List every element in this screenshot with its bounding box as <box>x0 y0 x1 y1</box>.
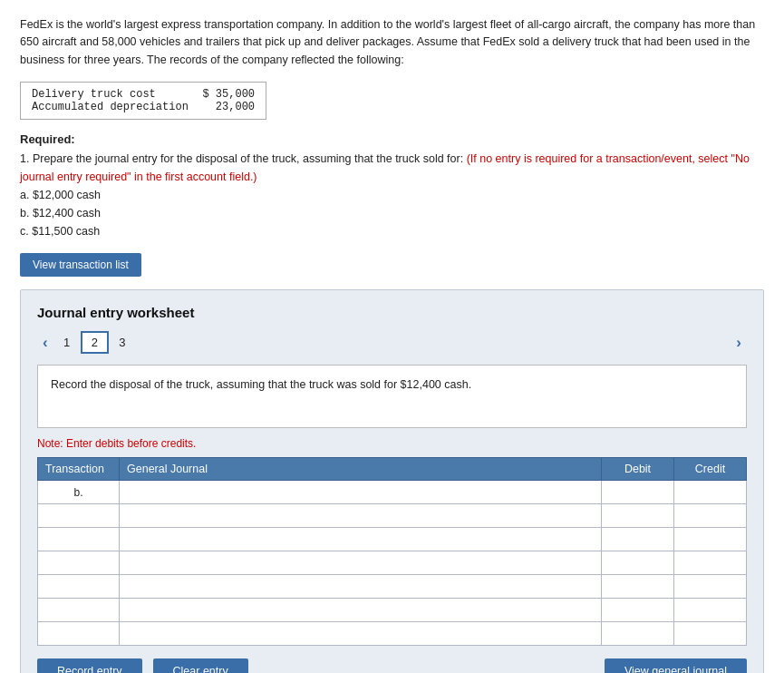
journal-cell[interactable] <box>120 504 602 528</box>
transaction-cell <box>38 599 120 622</box>
table-row <box>38 528 747 551</box>
transaction-cell: b. <box>38 481 120 504</box>
credit-input[interactable] <box>674 551 746 574</box>
transaction-cell <box>38 575 120 599</box>
debit-cell[interactable] <box>602 481 674 504</box>
journal-input[interactable] <box>120 504 601 527</box>
debit-cell[interactable] <box>602 551 674 575</box>
debit-input[interactable] <box>602 481 673 503</box>
debit-cell[interactable] <box>602 575 674 599</box>
journal-entry-worksheet: Journal entry worksheet ‹ 1 2 3 › Record… <box>20 289 764 673</box>
debit-input[interactable] <box>602 504 673 527</box>
journal-input[interactable] <box>120 599 601 621</box>
debit-cell[interactable] <box>602 528 674 551</box>
journal-table: Transaction General Journal Debit Credit… <box>37 457 747 646</box>
button-row: Record entry Clear entry View general jo… <box>37 658 747 673</box>
nav-row: ‹ 1 2 3 › <box>37 331 747 354</box>
credit-cell[interactable] <box>674 551 747 575</box>
journal-input[interactable] <box>120 528 601 551</box>
credit-cell[interactable] <box>674 504 747 528</box>
debit-input[interactable] <box>602 575 673 598</box>
journal-input[interactable] <box>120 551 601 574</box>
page-1-button[interactable]: 1 <box>53 332 81 353</box>
journal-cell[interactable] <box>120 551 602 575</box>
credit-input[interactable] <box>674 575 746 598</box>
credit-cell[interactable] <box>674 528 747 551</box>
credit-input[interactable] <box>674 622 746 645</box>
journal-input[interactable] <box>120 622 601 645</box>
table-row <box>38 599 747 622</box>
data-table: Delivery truck cost $ 35,000 Accumulated… <box>20 82 266 120</box>
delivery-truck-value: $ 35,000 <box>202 88 255 101</box>
required-section: Required: 1. Prepare the journal entry f… <box>20 132 764 240</box>
instruction-main: Prepare the journal entry for the dispos… <box>33 152 463 165</box>
credit-cell[interactable] <box>674 481 747 504</box>
journal-input[interactable] <box>120 575 601 598</box>
debit-cell[interactable] <box>602 599 674 622</box>
next-page-button[interactable]: › <box>731 332 747 354</box>
description-box: Record the disposal of the truck, assumi… <box>37 365 747 428</box>
view-general-journal-button[interactable]: View general journal <box>605 658 747 673</box>
transaction-cell <box>38 551 120 575</box>
worksheet-title: Journal entry worksheet <box>37 305 747 320</box>
credit-cell[interactable] <box>674 622 747 646</box>
delivery-truck-label: Delivery truck cost <box>32 88 156 101</box>
debit-input[interactable] <box>602 551 673 574</box>
transaction-header: Transaction <box>38 458 120 481</box>
note-text: Note: Enter debits before credits. <box>37 437 747 450</box>
intro-paragraph: FedEx is the world's largest express tra… <box>20 16 764 69</box>
general-journal-header: General Journal <box>120 458 602 481</box>
required-label: Required: <box>20 132 764 146</box>
journal-cell[interactable] <box>120 599 602 622</box>
credit-input[interactable] <box>674 528 746 551</box>
record-entry-button[interactable]: Record entry <box>37 658 142 673</box>
prev-page-button[interactable]: ‹ <box>37 332 53 354</box>
credit-input[interactable] <box>674 481 746 503</box>
journal-input[interactable] <box>120 481 601 503</box>
journal-cell[interactable] <box>120 575 602 599</box>
clear-entry-button[interactable]: Clear entry <box>153 658 248 673</box>
transaction-cell <box>38 504 120 528</box>
journal-cell[interactable] <box>120 528 602 551</box>
debit-header: Debit <box>602 458 674 481</box>
option-b: b. $12,400 cash <box>20 207 101 219</box>
data-table-row: Delivery truck cost $ 35,000 <box>32 88 255 101</box>
transaction-cell <box>38 528 120 551</box>
view-transaction-button[interactable]: View transaction list <box>20 253 141 277</box>
page-2-button[interactable]: 2 <box>81 331 109 354</box>
accumulated-dep-value: 23,000 <box>216 101 255 113</box>
credit-header: Credit <box>674 458 747 481</box>
credit-cell[interactable] <box>674 599 747 622</box>
table-row <box>38 551 747 575</box>
journal-cell[interactable] <box>120 481 602 504</box>
table-row <box>38 575 747 599</box>
page-buttons: 1 2 3 <box>53 331 136 354</box>
data-table-row-2: Accumulated depreciation 23,000 <box>32 101 255 113</box>
required-text: 1. Prepare the journal entry for the dis… <box>20 150 764 240</box>
debit-cell[interactable] <box>602 622 674 646</box>
credit-input[interactable] <box>674 599 746 621</box>
transaction-cell <box>38 622 120 646</box>
table-row <box>38 622 747 646</box>
debit-input[interactable] <box>602 528 673 551</box>
instruction-number: 1. <box>20 152 29 165</box>
credit-cell[interactable] <box>674 575 747 599</box>
table-row: b. <box>38 481 747 504</box>
debit-input[interactable] <box>602 599 673 621</box>
option-c: c. $11,500 cash <box>20 225 100 238</box>
page-3-button[interactable]: 3 <box>109 332 136 353</box>
credit-input[interactable] <box>674 504 746 527</box>
table-row <box>38 504 747 528</box>
journal-cell[interactable] <box>120 622 602 646</box>
debit-input[interactable] <box>602 622 673 645</box>
debit-cell[interactable] <box>602 504 674 528</box>
option-a: a. $12,000 cash <box>20 189 101 201</box>
accumulated-dep-label: Accumulated depreciation <box>32 101 189 113</box>
